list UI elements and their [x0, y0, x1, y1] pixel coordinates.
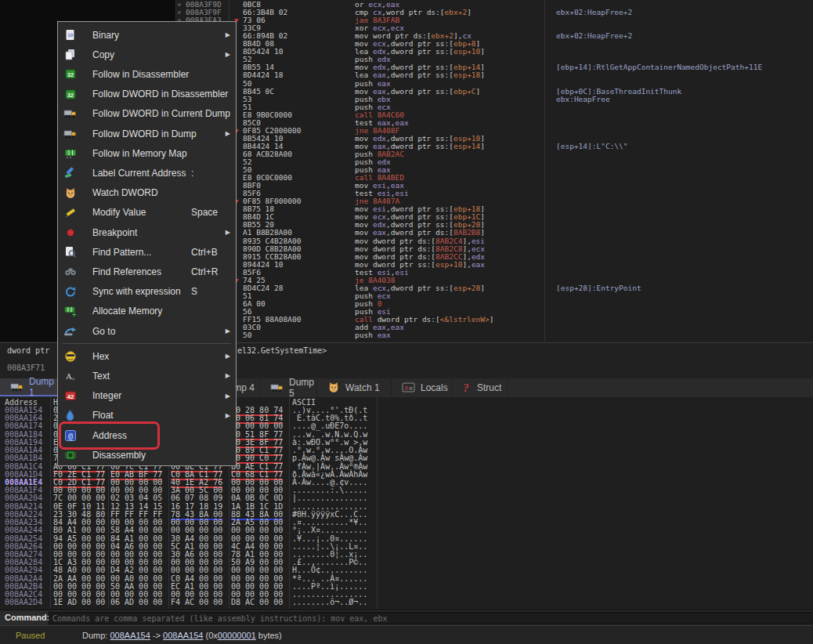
dump-hex-group[interactable]: 06 AD 00 00 — [110, 599, 162, 606]
dump-hex-group[interactable]: B0 A1 00 00 — [53, 526, 105, 534]
breakpoint-dot[interactable] — [178, 3, 181, 6]
disasm-bytes[interactable]: A1 B8B28A00 — [243, 229, 292, 237]
dump-ascii[interactable]: ....@_.uÐE7o.... — [292, 422, 367, 430]
menu-item-allocate-memory[interactable]: +Allocate Memory — [58, 302, 236, 321]
dump-hex-group[interactable]: 00 00 00 00 — [171, 566, 222, 574]
dump-hex-group[interactable]: 06 07 08 09 — [171, 494, 222, 502]
svg-text:@: @ — [67, 431, 72, 440]
menu-item-follow-dword-in-current-dump[interactable]: Follow DWORD in Current Dump — [58, 104, 236, 124]
dump-hex-group[interactable]: 1E AD 00 00 — [53, 599, 105, 606]
submenu-arrow-icon: ▶ — [226, 412, 230, 419]
disasm-comment: [esp+14]:L"C:\\" — [556, 143, 628, 150]
menu-item-text[interactable]: AaText▶ — [58, 366, 236, 385]
menu-item-copy[interactable]: Copy▶ — [58, 45, 236, 64]
status-bar: Paused Dump: 008AA154 -> 008AA154 (0x000… — [0, 625, 813, 644]
dump-row[interactable]: 008AA2047C 00 00 0002 03 04 0506 07 08 0… — [0, 494, 407, 502]
disasm-bytes[interactable]: 50 — [243, 80, 251, 88]
menu-separator — [63, 343, 231, 344]
disasm-bytes[interactable]: 8D4424 18 — [243, 71, 283, 79]
dump-hex-group[interactable]: 02 03 04 05 — [110, 494, 162, 502]
tab-label: Dump 5 — [289, 377, 316, 399]
disasm-bytes[interactable]: 8935 C4B28A00 — [243, 237, 301, 245]
dump-address[interactable]: 008AA1B4 — [5, 454, 42, 462]
dump-row[interactable]: 008AA244B0 A1 00 0058 A4 00 0000 00 00 0… — [0, 526, 407, 534]
disasm-instruction[interactable]: push eax — [355, 331, 391, 339]
submenu-arrow-icon: ▶ — [226, 51, 230, 58]
menu-item-float[interactable]: Float▶ — [58, 406, 236, 425]
menu-item-label: Watch DWORD — [92, 187, 158, 198]
dump-hex-group[interactable]: 7C 00 00 00 — [53, 494, 105, 502]
dump-hex-group[interactable]: 48 A0 00 00 — [53, 566, 105, 574]
menu-item-go-to[interactable]: Go to▶ — [58, 321, 236, 341]
svg-text:32: 32 — [67, 72, 74, 78]
menu-item-watch-dword[interactable]: Watch DWORD — [58, 183, 236, 203]
menu-item-follow-dword-in-disassembler[interactable]: 32Follow DWORD in Disassembler — [58, 85, 236, 104]
dump-hex-group[interactable]: 00 00 00 00 — [231, 526, 283, 534]
svg-text:+: + — [72, 310, 76, 317]
alloc-icon: + — [63, 305, 77, 318]
menu-item-label: Follow in Disassembler — [92, 69, 189, 80]
menu-item-breakpoint[interactable]: Breakpoint▶ — [58, 223, 236, 242]
dump-ascii[interactable]: p.Àw@.Àw sÀw@.Àw — [292, 454, 367, 462]
menu-item-follow-in-disassembler[interactable]: 32Follow in Disassembler — [58, 64, 236, 84]
tab-dump-1[interactable]: Dump 1 — [0, 378, 58, 396]
breakpoint-dot[interactable] — [178, 11, 181, 14]
dump-hex-group[interactable]: 00 00 00 00 — [231, 566, 283, 574]
dump-hex-group[interactable]: 00 00 00 00 — [231, 422, 283, 430]
dump-hex-group[interactable]: F4 AC 00 00 — [171, 599, 222, 606]
menu-item-modify-value[interactable]: Modify ValueSpace — [58, 203, 236, 223]
cat-icon — [327, 382, 340, 393]
tab-watch-1[interactable]: Watch 1 — [317, 378, 392, 396]
status-dump-to-link[interactable]: 008AA154 — [163, 631, 203, 640]
svg-text:?: ? — [464, 382, 469, 394]
menu-item-label: Address — [92, 430, 127, 441]
disasm-bytes[interactable]: 50 — [243, 331, 251, 339]
tab-dump-5[interactable]: Dump 5 — [260, 378, 317, 396]
text-icon: Aa — [63, 369, 77, 382]
dump-address[interactable]: 008AA294 — [5, 566, 42, 574]
menu-item-label: Go to — [92, 326, 115, 337]
float-icon — [63, 409, 77, 422]
menu-item-find-pattern[interactable]: Find Pattern...Ctrl+B — [58, 242, 236, 262]
menu-item-follow-dword-in-dump[interactable]: Follow DWORD in Dump▶ — [58, 124, 236, 143]
dump-address[interactable]: 008AA204 — [5, 494, 42, 502]
status-bytes-link[interactable]: 00000001 — [218, 631, 256, 640]
dump-ascii[interactable]: |............... — [292, 494, 367, 502]
dump-hex-group[interactable]: 0A 0B 0C 0D — [231, 494, 283, 502]
menu-item-find-references[interactable]: Find ReferencesCtrl+R — [58, 262, 236, 281]
dump-hex-group[interactable]: 58 A4 00 00 — [110, 526, 162, 534]
dump-ascii[interactable]: H...Ô¢.......... — [292, 566, 367, 574]
menu-item-integer[interactable]: 42Integer▶ — [58, 386, 236, 406]
tab-struct[interactable]: ?Struct — [453, 378, 508, 396]
cat-icon — [63, 186, 77, 200]
dump-hex-group[interactable]: D8 AC 00 00 — [231, 599, 283, 606]
svg-text:a: a — [72, 375, 75, 382]
dump-address[interactable]: 008AA2D4 — [5, 599, 42, 606]
dump-hex-group[interactable]: D4 A2 00 00 — [110, 566, 162, 574]
status-dump-label: Dump: — [82, 631, 107, 640]
dump-address[interactable]: 008AA244 — [5, 526, 42, 534]
submenu-arrow-icon: ▶ — [226, 130, 230, 137]
tab-locals[interactable]: x=Locals — [392, 378, 453, 396]
status-dump-from-link[interactable]: 008AA154 — [110, 631, 150, 640]
info-line1-right: el32.GetSystemTime> — [237, 346, 327, 355]
status-dump-info: Dump: 008AA154 -> 008AA154 (0x00000001 b… — [82, 631, 282, 640]
menu-item-binary[interactable]: 10Binary▶ — [58, 25, 236, 45]
dump-row[interactable]: 008AA2D41E AD 00 0006 AD 00 00F4 AC 00 0… — [0, 599, 407, 606]
menu-item-sync-with-expression[interactable]: Sync with expressionS — [58, 282, 236, 302]
dump-address[interactable]: 008AA174 — [5, 422, 42, 430]
menu-item-label-current-address[interactable]: Label Current Address: — [58, 163, 236, 183]
disasm-row[interactable]: 008A3F9F66:3B4B 02cmp cx,word ptr ds:[eb… — [0, 9, 813, 16]
dump-ascii[interactable]: °¡..X¤.......... — [292, 526, 367, 534]
menu-item-disassembly[interactable]: Disassembly — [58, 445, 236, 465]
menu-item-hex[interactable]: Hex▶ — [58, 346, 236, 366]
command-input[interactable] — [49, 612, 813, 624]
dump-row[interactable]: 008AA29448 A0 00 00D4 A2 00 0000 00 00 0… — [0, 566, 407, 574]
dump-hex-group[interactable]: 00 00 00 00 — [171, 526, 222, 534]
menu-item-address[interactable]: @Address — [58, 425, 236, 445]
dump-ascii[interactable]: ........ô¬..Ø¬.. — [292, 599, 367, 606]
menu-item-follow-in-memory-map[interactable]: Follow in Memory Map — [58, 143, 236, 163]
submenu-arrow-icon: ▶ — [226, 229, 230, 236]
menu-item-label: Find References — [92, 266, 161, 277]
label-pencil-icon — [63, 166, 77, 179]
